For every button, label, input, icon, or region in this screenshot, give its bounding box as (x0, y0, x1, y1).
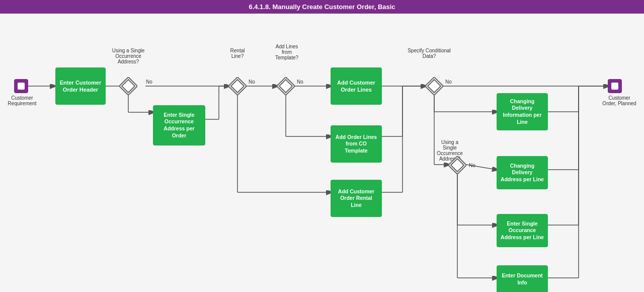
diamond3 (277, 77, 295, 97)
enter-single-occurrence-node: Enter SingleOccurrenceAddress perOrder (153, 105, 205, 145)
diamond2-label: RentalLine? (221, 48, 254, 59)
title-bar: 6.4.1.8. Manually Create Customer Order,… (0, 0, 644, 14)
add-rental-line-node: Add CustomerOrder RentalLine (331, 180, 382, 217)
diamond3-label: Add LinesfromTemplate? (271, 44, 303, 60)
diamond3-no-label: No (297, 79, 303, 85)
changing-delivery-addr-node: ChangingDeliveryAddress per Line (497, 156, 548, 189)
changing-delivery-info-node: ChangingDeliveryInformation perLine (497, 93, 548, 130)
diamond2-no-label: No (249, 79, 255, 85)
customer-order-planned-label: CustomerOrder, Planned (602, 95, 637, 106)
diamond4-no-label: No (445, 79, 452, 85)
diamond5 (448, 156, 466, 176)
enter-single-occurance-line-node: Enter SingleOccuranceAddress per Line (497, 214, 548, 247)
end-endpoint (608, 79, 622, 93)
diamond4 (425, 77, 443, 97)
add-order-lines-node: Add CustomerOrder Lines (331, 67, 382, 105)
diamond1-label: Using a SingleOccurrenceAddress? (111, 48, 146, 64)
diagram-area: CustomerRequirement Enter CustomerOrder … (0, 14, 644, 292)
enter-header-node: Enter CustomerOrder Header (55, 67, 106, 105)
diamond2 (228, 77, 247, 97)
diamond5-no-label: No (469, 163, 475, 168)
enter-document-info-node: Enter DocumentInfo (497, 265, 548, 292)
add-order-lines-template-node: Add Order Linesfrom COTemplate (331, 125, 382, 163)
start-endpoint (14, 79, 28, 93)
diamond1-no-label: No (146, 79, 152, 85)
customer-requirement-label: CustomerRequirement (6, 95, 38, 106)
diamond4-label: Specify ConditionalData? (407, 48, 452, 59)
diamond1 (119, 77, 137, 97)
